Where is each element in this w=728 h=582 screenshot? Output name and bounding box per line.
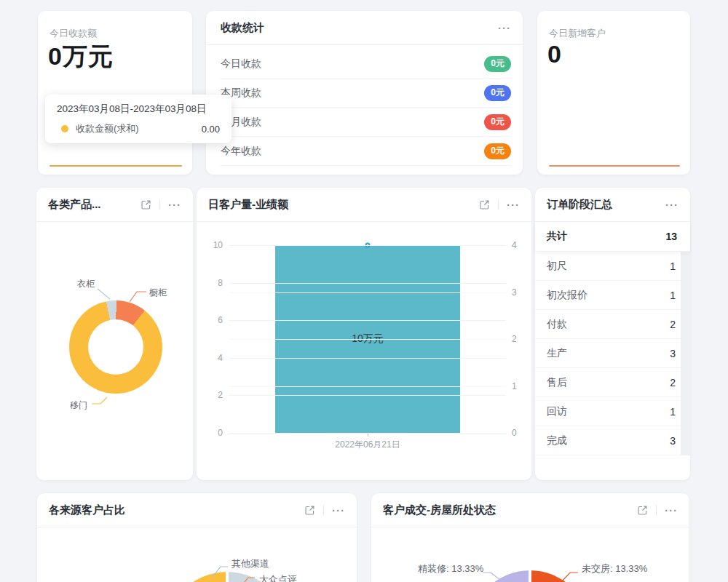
new-customers-underline (549, 165, 680, 167)
daily-performance-header: 日客户量-业绩额 ··· (197, 188, 531, 222)
export-icon[interactable] (637, 505, 648, 516)
stage-count: 1 (670, 260, 676, 272)
divider (159, 199, 160, 210)
order-stage-row: 付款 2 (535, 310, 681, 339)
deal-house-state-title: 客户成交-房屋所处状态 (383, 503, 496, 517)
order-total-value: 13 (665, 231, 677, 242)
donut-hole (88, 319, 143, 375)
tooltip-series-label: 收款金额(求和) (76, 122, 139, 135)
card-new-customers: 今日新增客户 0 (537, 11, 690, 175)
today-payment-value: 0万元 (48, 40, 114, 73)
series-dot-icon (61, 125, 68, 132)
payment-stats-title: 收款统计 (221, 21, 264, 35)
stat-row: 今年收款 0元 (221, 137, 511, 166)
order-total-label: 共计 (547, 230, 567, 243)
today-payment-underline (50, 165, 182, 167)
dashboard: 今日收款额 0万元 2023年03月08日-2023年03月08日 收款金额(求… (0, 0, 728, 582)
export-icon[interactable] (304, 505, 315, 516)
chart-tooltip: 2023年03月08日-2023年03月08日 收款金额(求和) 0.00 (45, 95, 232, 143)
order-stage-row: 初次报价 1 (535, 281, 681, 310)
stage-count: 1 (670, 406, 676, 418)
tooltip-date-range: 2023年03月08日-2023年03月08日 (57, 103, 220, 116)
status-badge: 0元 (484, 114, 511, 130)
more-menu-icon[interactable]: ··· (665, 199, 678, 210)
more-menu-icon[interactable]: ··· (332, 505, 345, 516)
stage-label: 初次报价 (547, 289, 587, 302)
export-icon[interactable] (141, 199, 151, 210)
pie-callout-label: 大众点评 (259, 573, 297, 582)
stage-label: 生产 (547, 347, 567, 360)
slice-label: 橱柜 (149, 287, 167, 299)
payment-stats-list: 今日收款 0元 本周收款 0元 本月收款 0元 今年收款 0元 (221, 49, 511, 166)
more-menu-icon[interactable]: ··· (507, 199, 520, 210)
slice-label: 衣柜 (77, 278, 95, 290)
order-stage-list: 初尺 1 初次报价 1 付款 2 生产 3 售后 2 回访 1 (535, 252, 681, 455)
pie-callout-label: 其他渠道 (232, 557, 269, 570)
order-stage-row: 生产 3 (535, 339, 681, 368)
x-axis-tick (368, 434, 368, 436)
divider (656, 505, 657, 515)
stat-label: 今日收款 (221, 57, 261, 71)
card-daily-performance: 日客户量-业绩额 ··· 1086420 43210 10万元 4个 2022年… (197, 188, 531, 480)
status-badge: 0元 (484, 143, 511, 159)
deal-house-state-pie-chart[interactable] (470, 570, 590, 582)
stat-row: 今日收款 0元 (221, 49, 511, 79)
right-axis-ticks: 43210 (512, 245, 531, 433)
stage-label: 售后 (547, 376, 567, 389)
order-stage-row: 完成 3 (535, 426, 681, 455)
stage-label: 初尺 (547, 260, 567, 273)
new-customers-label: 今日新增客户 (549, 27, 606, 40)
source-share-header: 各来源客户占比 ··· (37, 493, 357, 527)
tooltip-series-row: 收款金额(求和) 0.00 (57, 122, 220, 135)
pie-callout-label: 未交房: 13.33% (582, 562, 647, 575)
more-menu-icon[interactable]: ··· (665, 505, 678, 516)
order-stage-row: 初尺 1 (535, 252, 681, 281)
today-payment-label: 今日收款额 (50, 27, 97, 40)
stage-count: 2 (670, 319, 676, 330)
stage-count: 1 (670, 290, 676, 301)
order-stage-row: 回访 1 (535, 397, 681, 426)
slice-label: 移门 (70, 399, 87, 412)
stat-label: 今年收款 (221, 145, 261, 158)
status-badge: 0元 (484, 56, 511, 72)
x-axis-category-label: 2022年06月21日 (229, 439, 506, 451)
card-order-stages: 订单阶段汇总 ··· 共计 13 初尺 1 初次报价 1 付款 2 生产 (535, 188, 690, 480)
scrollbar-track[interactable] (681, 252, 690, 455)
order-stages-header: 订单阶段汇总 ··· (535, 188, 690, 222)
stage-label: 回访 (547, 405, 567, 418)
daily-performance-title: 日客户量-业绩额 (208, 198, 288, 212)
stage-label: 完成 (547, 434, 567, 447)
card-product-share: 各类产品... ··· 衣柜 橱柜 移门 (36, 188, 193, 480)
point-value-label: 4个 (360, 250, 375, 263)
stat-row: 本周收款 0元 (221, 79, 511, 108)
export-icon[interactable] (479, 199, 490, 210)
tooltip-series-value: 0.00 (202, 124, 220, 135)
product-share-title: 各类产品... (48, 198, 101, 212)
divider (498, 199, 499, 210)
more-menu-icon[interactable]: ··· (168, 199, 181, 210)
stage-count: 3 (670, 348, 676, 359)
bar-plot-area: 10万元 4个 (229, 245, 506, 433)
pie-callout-label: 精装修: 13.33% (418, 562, 483, 575)
stage-count: 2 (670, 377, 676, 388)
payment-stats-header: 收款统计 ··· (206, 11, 523, 45)
order-stages-title: 订单阶段汇总 (547, 198, 612, 212)
order-stage-row: 售后 2 (535, 368, 681, 397)
card-payment-stats: 收款统计 ··· 今日收款 0元 本周收款 0元 本月收款 0元 今年收款 0元 (206, 11, 523, 175)
stage-label: 付款 (547, 318, 567, 331)
left-axis-ticks: 1086420 (197, 245, 223, 433)
status-badge: 0元 (484, 85, 511, 101)
product-share-header: 各类产品... ··· (36, 188, 193, 222)
card-today-payment: 今日收款额 0万元 (38, 11, 192, 175)
deal-house-state-header: 客户成交-房屋所处状态 ··· (371, 493, 689, 527)
card-source-share: 各来源客户占比 ··· 其他渠道 大众点评 (37, 493, 357, 582)
source-share-title: 各来源客户占比 (49, 503, 125, 517)
divider (323, 505, 324, 515)
new-customers-value: 0 (547, 40, 562, 68)
more-menu-icon[interactable]: ··· (498, 23, 511, 33)
stat-row: 本月收款 0元 (221, 108, 511, 137)
stage-count: 3 (670, 435, 676, 447)
card-deal-house-state: 客户成交-房屋所处状态 ··· 精装修: 13.33% 未交房: 13.33% (371, 493, 689, 582)
order-total-row: 共计 13 (535, 222, 690, 252)
